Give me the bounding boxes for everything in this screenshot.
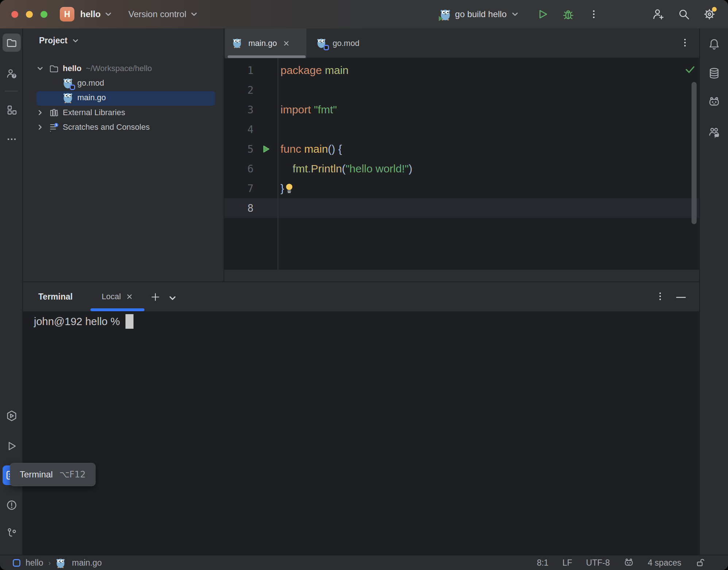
line-number[interactable]: 2	[224, 80, 278, 100]
code-line[interactable]: package main	[280, 60, 688, 80]
tree-item-go-mod[interactable]: go.mod	[23, 76, 224, 90]
editor-gutter: 12345678	[224, 60, 278, 218]
terminal-panel-title[interactable]: Terminal	[38, 282, 73, 311]
version-control-toolwindow-button[interactable]	[3, 524, 21, 542]
line-number[interactable]: 1	[224, 60, 278, 80]
project-toolwindow-button[interactable]	[3, 34, 21, 52]
right-toolwindow-bar	[699, 28, 728, 555]
code-line[interactable]: func main() {	[280, 139, 688, 159]
gutter-separator	[278, 58, 278, 270]
breadcrumb-file[interactable]: main.go	[72, 558, 102, 568]
code-line[interactable]	[280, 198, 688, 218]
project-panel-header[interactable]: Project	[39, 36, 79, 46]
line-number[interactable]: 4	[224, 120, 278, 139]
caret-position-widget[interactable]: 8:1	[537, 558, 549, 568]
ai-assistant-button[interactable]	[705, 93, 724, 112]
tab-label: main.go	[248, 39, 277, 48]
terminal-tooltip: Terminal ⌥F12	[10, 463, 96, 486]
tooltip-shortcut: ⌥F12	[59, 469, 86, 480]
chevron-right-icon[interactable]	[36, 124, 44, 131]
project-switcher-label: hello	[80, 9, 101, 19]
editor-tab-main-go[interactable]: main.go	[225, 28, 306, 58]
indent-widget[interactable]: 4 spaces	[648, 558, 681, 568]
chevron-down-icon[interactable]	[36, 65, 44, 72]
project-avatar[interactable]: H	[60, 7, 74, 22]
tree-item-main-go[interactable]: main.go	[23, 90, 224, 105]
line-ending-widget[interactable]: LF	[562, 558, 572, 568]
terminal-output[interactable]: john@192 hello %	[23, 311, 699, 555]
more-toolwindows-button[interactable]	[3, 130, 21, 148]
terminal-panel: Terminal Local	[23, 281, 699, 555]
zoom-window-button[interactable]	[40, 11, 47, 18]
close-tab-icon[interactable]	[283, 40, 290, 47]
intention-bulb-icon[interactable]	[285, 183, 294, 194]
line-number[interactable]: 6	[224, 159, 278, 179]
tree-item-path: ~/Workspace/hello	[86, 64, 152, 73]
new-terminal-session-button[interactable]	[150, 292, 161, 302]
user-help-toolwindow-button[interactable]: ?	[3, 65, 21, 83]
services-toolwindow-button[interactable]	[3, 407, 21, 425]
hide-terminal-button[interactable]	[676, 296, 686, 299]
breadcrumb-project[interactable]: hello	[26, 558, 43, 568]
tree-item-external-libraries[interactable]: External Libraries	[23, 105, 224, 120]
code-line[interactable]	[280, 80, 688, 100]
debug-button[interactable]	[560, 6, 576, 22]
add-user-button[interactable]	[650, 6, 666, 22]
terminal-sessions-dropdown[interactable]	[168, 294, 177, 302]
inspections-ok-icon[interactable]	[685, 64, 696, 75]
tree-item-project-root[interactable]: hello ~/Workspace/hello	[23, 61, 224, 76]
go-file-icon	[56, 557, 67, 568]
line-number[interactable]: 7	[224, 179, 278, 198]
settings-notification-dot	[712, 7, 717, 12]
line-number[interactable]: 3	[224, 100, 278, 120]
minimize-window-button[interactable]	[26, 11, 33, 18]
notifications-button[interactable]	[705, 35, 724, 54]
run-overlay-icon	[439, 16, 443, 21]
line-number[interactable]: 5	[224, 139, 278, 159]
project-switcher[interactable]: hello	[80, 9, 112, 19]
editor-tabbar: main.go go.mod	[224, 28, 699, 58]
database-toolwindow-button[interactable]	[705, 64, 724, 83]
run-toolwindow-button[interactable]	[3, 437, 21, 455]
close-tab-icon[interactable]	[126, 293, 133, 300]
code-line[interactable]: fmt.Println("hello world!")	[280, 159, 688, 179]
structure-toolwindow-button[interactable]	[3, 101, 21, 119]
code-with-me-button[interactable]	[705, 123, 724, 142]
code-line[interactable]: import "fmt"	[280, 100, 688, 120]
titlebar: H hello Version control go build hello	[0, 0, 728, 28]
encoding-widget[interactable]: UTF-8	[586, 558, 610, 568]
tooltip-label: Terminal	[20, 469, 53, 480]
more-actions-button[interactable]	[586, 6, 602, 22]
tree-item-label: External Libraries	[63, 108, 125, 117]
code-line[interactable]	[280, 120, 688, 139]
chevron-right-icon[interactable]	[36, 109, 44, 116]
problems-toolwindow-button[interactable]	[3, 496, 21, 514]
vcs-menu[interactable]: Version control	[128, 9, 198, 19]
editor-bottom-strip	[224, 270, 699, 281]
project-panel: Project hello ~/Workspace/hello go.mod	[23, 28, 224, 281]
editor-tab-go-mod[interactable]: go.mod	[309, 28, 367, 58]
terminal-tab-local[interactable]: Local	[90, 282, 144, 311]
go-module-icon	[63, 77, 74, 89]
lock-open-icon[interactable]	[695, 557, 706, 568]
settings-button[interactable]	[701, 6, 717, 22]
code-editor[interactable]: 12345678 package mainimport "fmt"func ma…	[224, 58, 699, 270]
traffic-lights	[0, 11, 47, 18]
tab-options-button[interactable]	[679, 37, 690, 48]
tab-label: go.mod	[333, 39, 359, 48]
editor-scrollbar[interactable]	[692, 82, 697, 224]
run-button[interactable]	[535, 6, 551, 22]
project-panel-title: Project	[39, 36, 67, 46]
ai-status-icon[interactable]	[624, 558, 634, 568]
tree-item-label: main.go	[77, 93, 106, 102]
chevron-down-icon	[72, 37, 79, 44]
tree-item-scratches[interactable]: Scratches and Consoles	[23, 120, 224, 134]
scratches-icon	[49, 122, 59, 132]
close-window-button[interactable]	[11, 11, 18, 18]
run-configuration-selector[interactable]: go build hello	[440, 8, 519, 20]
run-gutter-icon[interactable]	[261, 144, 271, 154]
line-number[interactable]: 8	[224, 198, 278, 218]
terminal-options-button[interactable]	[655, 291, 666, 302]
code-line[interactable]: }	[280, 179, 688, 198]
search-everywhere-button[interactable]	[676, 6, 692, 22]
